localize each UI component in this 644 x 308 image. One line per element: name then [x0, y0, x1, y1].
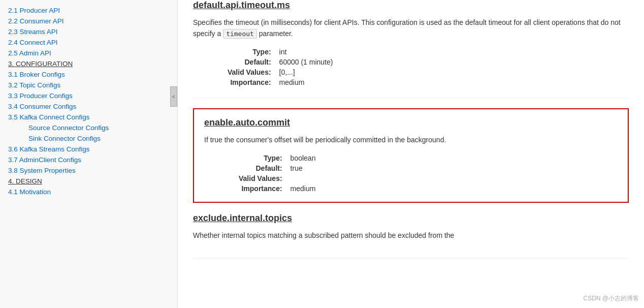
prop-value: 60000 (1 minute) — [275, 57, 337, 67]
nav-motivation[interactable]: 4.1 Motivation — [0, 187, 177, 197]
nav-producer-configs[interactable]: 3.3 Producer Configs — [0, 90, 177, 101]
prop-key: Valid Values: — [235, 173, 286, 183]
table-row: Default:60000 (1 minute) — [223, 57, 337, 67]
entry-timeout-props-table: Type:intDefault:60000 (1 minute)Valid Va… — [223, 47, 337, 87]
entry-enable-auto-commit-title: enable.auto.commit — [204, 117, 618, 128]
watermark: CSDN @小志的博客 — [583, 294, 639, 303]
table-row: Valid Values:[0,...] — [223, 67, 337, 77]
prop-key: Valid Values: — [223, 67, 275, 77]
nav-kafka-streams[interactable]: 3.6 Kafka Streams Configs — [0, 144, 177, 155]
prop-value: medium — [275, 77, 337, 87]
table-row: Importance:medium — [235, 183, 319, 194]
nav-consumer-configs[interactable]: 3.4 Consumer Configs — [0, 101, 177, 112]
entry-exclude-internal-topics: exclude.internal.topicsWhether internal … — [193, 213, 629, 259]
prop-value — [286, 173, 320, 183]
prop-key: Type: — [223, 47, 275, 57]
prop-key: Default: — [235, 163, 286, 173]
nav-producer-api[interactable]: 2.1 Producer API — [0, 5, 177, 16]
entry-timeout-title: default.api.timeout.ms — [193, 0, 629, 11]
prop-key: Importance: — [223, 77, 275, 87]
prop-value: medium — [286, 183, 320, 194]
nav-consumer-api[interactable]: 2.2 Consumer API — [0, 16, 177, 26]
prop-value: [0,...] — [275, 67, 337, 77]
nav-streams-api[interactable]: 2.3 Streams API — [0, 26, 177, 37]
entry-exclude-internal-topics-title: exclude.internal.topics — [193, 213, 629, 224]
table-row: Type:boolean — [235, 153, 319, 163]
nav-broker-configs[interactable]: 3.1 Broker Configs — [0, 69, 177, 80]
prop-key: Importance: — [235, 183, 286, 194]
nav-admin-api[interactable]: 2.5 Admin API — [0, 48, 177, 58]
nav-source-connector[interactable]: Source Connector Configs — [0, 122, 177, 133]
table-row: Importance:medium — [223, 77, 337, 87]
table-row: Default:true — [235, 163, 319, 173]
prop-key: Type: — [235, 153, 286, 163]
entry-timeout-code-inline: timeout — [223, 29, 257, 39]
nav-kafka-connect[interactable]: 3.5 Kafka Connect Configs — [0, 112, 177, 122]
prop-value: boolean — [286, 153, 320, 163]
entry-enable-auto-commit: enable.auto.commitIf true the consumer's… — [193, 108, 629, 202]
entry-timeout-description: Specifies the timeout (in milliseconds) … — [193, 17, 629, 40]
entry-timeout: default.api.timeout.msSpecifies the time… — [193, 0, 629, 98]
entry-enable-auto-commit-props-table: Type:booleanDefault:trueValid Values:Imp… — [235, 153, 319, 194]
sidebar: 2.1 Producer API2.2 Consumer API2.3 Stre… — [0, 0, 178, 308]
table-row: Type:int — [223, 47, 337, 57]
nav-connect-api[interactable]: 2.4 Connect API — [0, 37, 177, 48]
nav-system-props[interactable]: 3.8 System Properties — [0, 165, 177, 176]
entry-enable-auto-commit-description: If true the consumer's offset will be pe… — [204, 134, 618, 145]
entry-exclude-internal-topics-description: Whether internal topics matching a subsc… — [193, 230, 629, 241]
prop-value: int — [275, 47, 337, 57]
nav-admin-client[interactable]: 3.7 AdminClient Configs — [0, 155, 177, 165]
main-content: default.api.timeout.msSpecifies the time… — [178, 0, 644, 308]
prop-key: Default: — [223, 57, 275, 67]
prop-value: true — [286, 163, 320, 173]
nav-sink-connector[interactable]: Sink Connector Configs — [0, 133, 177, 144]
collapse-button[interactable]: < — [170, 86, 177, 107]
nav-design[interactable]: 4. DESIGN — [0, 176, 177, 187]
nav-configuration[interactable]: 3. CONFIGURATION — [0, 58, 177, 69]
nav-topic-configs[interactable]: 3.2 Topic Configs — [0, 80, 177, 90]
table-row: Valid Values: — [235, 173, 319, 183]
